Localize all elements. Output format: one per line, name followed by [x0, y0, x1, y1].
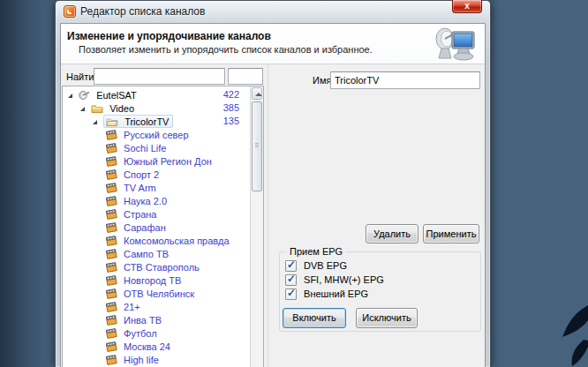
channel-row[interactable]: Сарафан: [63, 221, 263, 234]
channel-icon: [106, 143, 117, 154]
epg-checkbox-row: Внешний EPG: [285, 288, 368, 301]
channel-label: СТВ Ставрополь: [124, 262, 200, 273]
channel-icon: [106, 341, 117, 352]
checkbox-dvb-epg[interactable]: [285, 260, 297, 272]
checkbox-label: Внешний EPG: [304, 288, 368, 299]
channel-icon: [106, 302, 117, 312]
channel-row[interactable]: СТВ Ставрополь: [63, 260, 263, 273]
tree-node-label: TricolorTV: [124, 116, 169, 127]
channel-icon: [106, 183, 117, 193]
arrow-up-icon: [255, 93, 262, 96]
annotation-arrow-shape: [528, 300, 588, 367]
tree-node-video[interactable]: Video 385: [63, 101, 263, 115]
channel-label: High life: [124, 355, 159, 365]
tree-node-label: Video: [109, 103, 134, 114]
channel-row[interactable]: Комсомольская правда: [63, 234, 263, 247]
checkbox-label: SFI, MHW(+) EPG: [304, 274, 384, 285]
checkbox-label: DVB EPG: [304, 260, 347, 271]
name-label: Имя: [313, 75, 331, 86]
search-filter-box[interactable]: [228, 68, 263, 85]
channel-icon: [106, 355, 117, 365]
exclude-button[interactable]: Исключить: [356, 308, 418, 328]
scroll-up-button[interactable]: [252, 87, 262, 100]
tree-node-count: 422: [223, 88, 239, 101]
folder-icon: [91, 103, 103, 114]
channel-label: Наука 2.0: [124, 196, 167, 206]
app-icon: [64, 5, 76, 18]
channel-row[interactable]: Sochi Life: [63, 141, 263, 154]
epg-groupbox: Прием EPG DVB EPG SFI, MHW(+) EPG Внешни…: [279, 251, 481, 332]
tree-node-label: EutelSAT: [96, 90, 137, 101]
satellite-icon: [79, 90, 90, 101]
selected-node-highlight[interactable]: TricolorTV: [103, 115, 173, 128]
channel-icon: [106, 196, 117, 206]
channel-icon: [106, 169, 117, 180]
tree-scrollbar[interactable]: [250, 86, 263, 367]
panel-divider: [268, 64, 268, 367]
channel-list: Русский север Sochi Life: [63, 128, 263, 367]
channel-icon: [106, 249, 117, 259]
channel-row[interactable]: Новгород ТВ: [63, 273, 263, 287]
window-title: Редактор списка каналов: [80, 5, 205, 18]
channel-icon: [106, 328, 117, 339]
channel-icon: [106, 315, 117, 326]
channel-label: ОТВ Челябинск: [124, 288, 194, 299]
channel-icon: [106, 236, 117, 246]
channel-label: 21+: [124, 302, 140, 312]
apply-button[interactable]: Применить: [423, 224, 479, 243]
header-band: Изменение и упорядочивание каналов Позво…: [61, 24, 485, 64]
channel-row[interactable]: 21+: [63, 300, 263, 313]
search-input[interactable]: [94, 68, 225, 85]
expand-triangle-icon[interactable]: [68, 94, 72, 98]
channel-row[interactable]: ОТВ Челябинск: [63, 287, 263, 300]
channel-label: Спорт 2: [124, 169, 159, 180]
header-title: Изменение и упорядочивание каналов: [61, 24, 485, 44]
delete-button[interactable]: Удалить: [366, 224, 418, 243]
header-subtitle: Позволяет изменить и упорядочить список …: [61, 44, 485, 55]
channel-label: Сампо ТВ: [124, 249, 169, 259]
tree-node-count: 385: [223, 101, 239, 115]
channel-row[interactable]: Сампо ТВ: [63, 247, 263, 260]
search-label: Найти: [66, 71, 94, 82]
tree-node-eutelsat[interactable]: EutelSAT 422: [63, 88, 263, 101]
channel-row[interactable]: Наука 2.0: [63, 194, 263, 207]
channel-label: Sochi Life: [124, 143, 166, 154]
thumb-grip-icon: [255, 143, 259, 147]
title-bar[interactable]: Редактор списка каналов x: [56, 1, 490, 23]
scrollbar-thumb[interactable]: [252, 101, 262, 191]
checkbox-external-epg[interactable]: [285, 288, 297, 300]
name-input[interactable]: [330, 71, 480, 89]
channel-icon: [106, 130, 117, 140]
channel-row[interactable]: Южный Регион Дон: [63, 154, 263, 168]
channel-row[interactable]: Футбол: [63, 326, 263, 340]
channel-row[interactable]: Москва 24: [63, 340, 263, 353]
channel-label: Русский север: [124, 130, 188, 140]
channel-icon: [106, 275, 117, 286]
channel-row[interactable]: Русский север: [63, 128, 263, 141]
channel-row[interactable]: Спорт 2: [63, 168, 263, 181]
channel-editor-window: Редактор списка каналов x Изменение и уп…: [55, 0, 491, 367]
folder-open-icon: [106, 116, 118, 127]
channel-icon: [106, 209, 117, 220]
channel-label: TV Arm: [124, 183, 156, 193]
channel-label: Южный Регион Дон: [124, 156, 212, 167]
channel-label: Сарафан: [124, 222, 166, 233]
expand-triangle-icon[interactable]: [93, 120, 97, 124]
channel-tree[interactable]: EutelSAT 422: [62, 86, 264, 367]
epg-checkbox-row: DVB EPG: [285, 260, 347, 273]
channel-label: Комсомольская правда: [124, 236, 230, 246]
epg-group-title: Прием EPG: [287, 246, 345, 257]
channel-icon: [106, 262, 117, 273]
close-button[interactable]: x: [452, 0, 482, 13]
window-content: Изменение и упорядочивание каналов Позво…: [60, 23, 486, 367]
channel-row[interactable]: Страна: [63, 207, 263, 221]
expand-triangle-icon[interactable]: [80, 107, 85, 111]
tree-node-count: 135: [223, 115, 239, 128]
channel-row[interactable]: Инва ТВ: [63, 313, 263, 326]
tree-node-tricolortv[interactable]: TricolorTV 135: [63, 115, 263, 128]
satellite-monitor-icon: [433, 25, 478, 64]
checkbox-sfi-mhw-epg[interactable]: [285, 274, 297, 286]
channel-row[interactable]: TV Arm: [63, 181, 263, 194]
include-button[interactable]: Включить: [283, 308, 346, 328]
channel-row[interactable]: High life: [63, 353, 263, 366]
